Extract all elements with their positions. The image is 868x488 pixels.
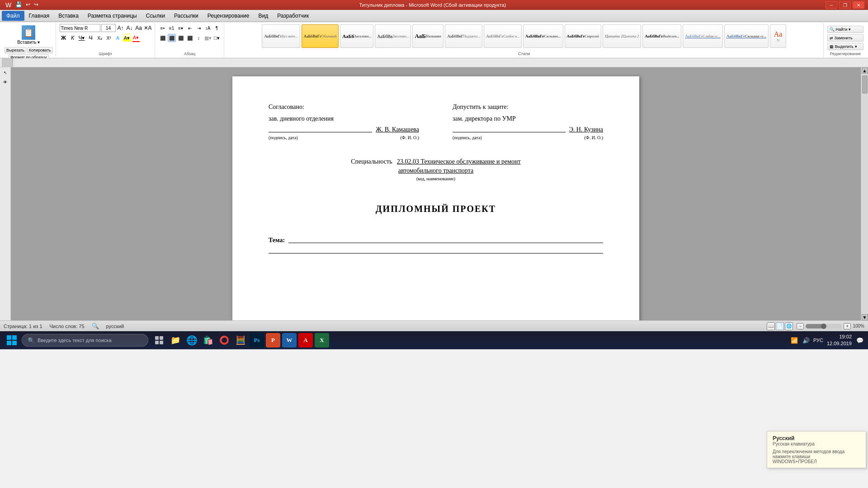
- menu-page-layout[interactable]: Разметка страницы: [83, 11, 142, 21]
- word-button[interactable]: W: [282, 333, 297, 347]
- bullets-button[interactable]: ≡•: [159, 24, 167, 32]
- font-grow-button[interactable]: A↑: [117, 24, 125, 32]
- style-weak-emphasis[interactable]: АаБбВвГе Слабое в...: [484, 24, 522, 48]
- border-button[interactable]: □▾: [213, 34, 221, 42]
- shading-button[interactable]: ▦▾: [204, 34, 212, 42]
- subscript-button[interactable]: X₂: [96, 34, 104, 42]
- file-explorer-button[interactable]: 📁: [168, 333, 183, 347]
- calculator-button[interactable]: 🧮: [233, 333, 248, 347]
- language-indicator[interactable]: РУС: [813, 338, 823, 343]
- chrome-button[interactable]: ⭕: [217, 333, 231, 347]
- vertical-scrollbar[interactable]: ▲ ▼: [861, 67, 868, 320]
- highlight-button[interactable]: A▾: [123, 34, 131, 42]
- style-subtitle[interactable]: АаБбВвГ Подзагол...: [445, 24, 482, 48]
- font-name-input[interactable]: [60, 24, 100, 32]
- menu-home[interactable]: Главная: [24, 11, 54, 21]
- superscript-button[interactable]: X²: [105, 34, 113, 42]
- align-left-button[interactable]: ⬛: [159, 34, 167, 42]
- italic-button[interactable]: К: [69, 34, 77, 42]
- acrobat-button[interactable]: A: [298, 333, 313, 347]
- network-icon[interactable]: 📶: [790, 336, 799, 345]
- print-layout-button[interactable]: 📄: [776, 322, 784, 330]
- find-button[interactable]: 🔍 Найти ▾: [827, 26, 863, 33]
- line-spacing-button[interactable]: ↕: [195, 34, 203, 42]
- cut-button[interactable]: Вырезать: [5, 47, 26, 53]
- style-heading1[interactable]: АаБб Заголово...: [340, 24, 373, 48]
- menu-developer[interactable]: Разработчик: [273, 11, 313, 21]
- justify-button[interactable]: ⬛: [186, 34, 194, 42]
- align-right-button[interactable]: ⬛: [177, 34, 185, 42]
- powerpoint-button[interactable]: P: [266, 333, 280, 347]
- numbering-button[interactable]: ≡1: [168, 24, 176, 32]
- view-tool[interactable]: 👁: [1, 78, 10, 87]
- close-button[interactable]: ✕: [853, 1, 864, 9]
- read-mode-button[interactable]: 📖: [767, 322, 775, 330]
- strikethrough-button[interactable]: Ч: [87, 34, 95, 42]
- style-strong-link[interactable]: АаБбВвГе Сильная сс...: [724, 24, 769, 48]
- select-tool[interactable]: ↖: [1, 68, 10, 77]
- clear-format-button[interactable]: ✕A: [144, 24, 152, 32]
- style-highlight[interactable]: АаБбВвГе Выделен...: [642, 24, 681, 48]
- volume-icon[interactable]: 🔊: [802, 336, 811, 345]
- scroll-thumb[interactable]: [862, 75, 868, 94]
- underline-button[interactable]: Ч▾: [78, 34, 86, 42]
- style-heading2[interactable]: АаБбВв Заголово...: [375, 24, 411, 48]
- menu-view[interactable]: Вид: [254, 11, 273, 21]
- style-change[interactable]: Аа ↻: [770, 24, 786, 48]
- task-view-button[interactable]: [152, 333, 166, 347]
- sort-button[interactable]: ↕A: [204, 24, 212, 32]
- menu-references[interactable]: Ссылки: [142, 11, 170, 21]
- clock[interactable]: 19:02 12.09.2019: [827, 333, 852, 347]
- zoom-out-button[interactable]: −: [797, 323, 804, 329]
- scroll-track[interactable]: [862, 74, 868, 314]
- show-marks-button[interactable]: ¶: [213, 24, 221, 32]
- language-status[interactable]: русский: [106, 324, 124, 329]
- style-normal[interactable]: АаБбВвГг Обычный: [302, 24, 339, 48]
- select-button[interactable]: ▦ Выделить ▾: [827, 43, 863, 50]
- style-title[interactable]: АаБ Название: [412, 24, 443, 48]
- web-layout-button[interactable]: 🌐: [785, 322, 793, 330]
- replace-button[interactable]: ⇌ Заменить: [827, 34, 863, 42]
- photoshop-button[interactable]: Ps: [250, 333, 264, 347]
- style-strict[interactable]: АаБбВвГе Строгий: [565, 24, 601, 48]
- paste-button[interactable]: 📋 Вставить ▾: [13, 24, 44, 46]
- scroll-up-button[interactable]: ▲: [862, 67, 868, 74]
- edge-browser-button[interactable]: 🌐: [184, 333, 199, 347]
- menu-insert[interactable]: Вставка: [54, 11, 83, 21]
- decrease-indent-button[interactable]: ⇤: [186, 24, 194, 32]
- font-color-button[interactable]: A▾: [132, 34, 140, 42]
- style-quote2[interactable]: Цитата 2 Цитата 2: [603, 24, 642, 48]
- style-strong-emphasis[interactable]: АаБбВвГе Сильное...: [523, 24, 563, 48]
- increase-indent-button[interactable]: ⇥: [195, 24, 203, 32]
- text-effects-button[interactable]: A: [114, 34, 122, 42]
- scroll-down-button[interactable]: ▼: [862, 314, 868, 320]
- zoom-in-button[interactable]: +: [844, 323, 851, 329]
- font-shrink-button[interactable]: A↓: [126, 24, 134, 32]
- style-no-interval[interactable]: АаБбВвГг Без инте...: [262, 24, 300, 48]
- spell-check-icon[interactable]: 🔍: [92, 323, 99, 329]
- restore-button[interactable]: ❐: [839, 1, 851, 9]
- minimize-button[interactable]: ─: [826, 1, 837, 9]
- zoom-slider[interactable]: [806, 324, 842, 328]
- font-size-input[interactable]: [101, 24, 116, 32]
- copy-button[interactable]: Копировать: [27, 47, 52, 53]
- style-weak-link[interactable]: АаБбВвГе Слабая сс...: [683, 24, 722, 48]
- excel-button[interactable]: X: [315, 333, 329, 347]
- menu-mailings[interactable]: Рассылки: [170, 11, 203, 21]
- start-button[interactable]: [4, 332, 20, 348]
- taskbar-search[interactable]: 🔍 Введите здесь текст для поиска: [22, 334, 148, 347]
- bold-button[interactable]: Ж: [60, 34, 68, 42]
- quick-redo[interactable]: ↪: [33, 1, 40, 9]
- document-scroll-area[interactable]: Согласовано: зав. дневного отделения Ж. …: [11, 67, 861, 320]
- menu-file[interactable]: Файл: [2, 11, 24, 21]
- zoom-level[interactable]: 100%: [853, 324, 864, 328]
- quick-save[interactable]: 💾: [14, 1, 24, 9]
- multilevel-button[interactable]: ≡▾: [177, 24, 185, 32]
- zoom-handle[interactable]: [821, 324, 826, 329]
- font-case-button[interactable]: Aa: [135, 24, 143, 32]
- store-button[interactable]: 🛍️: [201, 333, 215, 347]
- align-center-button[interactable]: ⬛: [168, 34, 176, 42]
- quick-undo[interactable]: ↩: [24, 1, 32, 9]
- notifications-icon[interactable]: 💬: [855, 336, 864, 345]
- menu-review[interactable]: Рецензирование: [203, 11, 254, 21]
